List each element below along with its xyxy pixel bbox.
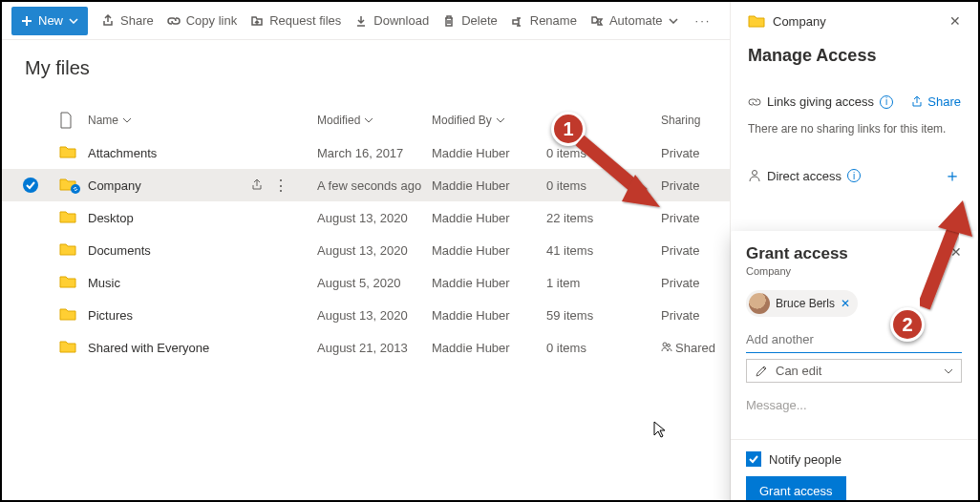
requestfiles-label: Request files [269, 13, 341, 28]
link-icon [748, 95, 761, 109]
permission-dropdown[interactable]: Can edit [746, 359, 962, 383]
new-button[interactable]: New [11, 7, 88, 35]
sharing-cell[interactable]: Private [661, 276, 728, 290]
download-command[interactable]: Download [354, 13, 429, 28]
pencil-icon [755, 365, 768, 378]
chevron-down-icon [669, 18, 678, 24]
row-more-button[interactable]: ⋮ [273, 177, 288, 195]
app-frame: New Share Copy link Request files Downlo… [0, 0, 980, 502]
modified-cell: August 13, 2020 [317, 308, 432, 323]
item-name[interactable]: Attachments [88, 146, 317, 160]
panel-context-folder: Company [748, 13, 826, 29]
table-row[interactable]: DesktopAugust 13, 2020Maddie Huber22 ite… [2, 201, 730, 234]
share-icon [910, 95, 924, 109]
column-modified[interactable]: Modified [317, 114, 432, 127]
copylink-command[interactable]: Copy link [167, 13, 237, 28]
close-panel-button[interactable]: ✕ [949, 13, 961, 29]
item-name[interactable]: Music [88, 276, 317, 290]
svg-point-2 [668, 344, 671, 346]
new-button-label: New [38, 13, 63, 28]
add-direct-access-button[interactable]: ＋ [944, 164, 961, 187]
table-row[interactable]: Company⋮A few seconds agoMaddie Huber0 i… [2, 169, 730, 201]
sharing-cell[interactable]: Private [661, 243, 728, 258]
items-cell: 22 items [546, 211, 661, 225]
add-another-input[interactable] [746, 326, 962, 353]
delete-command[interactable]: Delete [442, 13, 498, 28]
download-icon [354, 14, 368, 28]
folder-icon [59, 306, 76, 322]
row-checkmark-icon [23, 178, 38, 193]
item-name[interactable]: Documents [88, 243, 317, 258]
sharing-cell[interactable]: Private [661, 308, 728, 323]
modifiedby-cell: Maddie Huber [432, 341, 546, 355]
items-cell: 0 items [546, 146, 661, 160]
requestfiles-command[interactable]: Request files [250, 13, 341, 28]
copylink-label: Copy link [186, 13, 237, 28]
remove-person-button[interactable]: ✕ [841, 297, 850, 310]
file-list: Name Modified Modified By Sharing Attach… [2, 104, 730, 364]
item-name[interactable]: Pictures [88, 308, 317, 323]
modified-cell: March 16, 2017 [317, 146, 432, 160]
modified-cell: August 5, 2020 [317, 276, 432, 290]
column-name[interactable]: Name [88, 114, 317, 127]
link-icon [167, 14, 181, 28]
info-icon[interactable]: i [880, 95, 893, 109]
automate-command[interactable]: Automate [590, 13, 678, 28]
table-row[interactable]: MusicAugust 5, 2020Maddie Huber1 itemPri… [2, 266, 730, 299]
people-icon [661, 341, 672, 352]
item-name[interactable]: Desktop [88, 211, 317, 225]
modifiedby-cell: Maddie Huber [432, 276, 546, 290]
grant-access-subtitle: Company [746, 265, 848, 277]
sharing-cell[interactable]: Shared [661, 341, 728, 355]
share-button[interactable]: Share [910, 94, 961, 109]
folder-icon [59, 144, 76, 159]
chevron-down-icon [364, 117, 373, 123]
folder-icon [59, 274, 76, 289]
grant-access-button[interactable]: Grant access [746, 476, 846, 502]
rename-icon [511, 14, 524, 28]
share-icon[interactable] [250, 178, 264, 192]
sharing-cell[interactable]: Private [661, 178, 728, 193]
item-name[interactable]: Company⋮ [88, 177, 317, 195]
items-cell: 1 item [546, 276, 661, 290]
chevron-down-icon [944, 368, 953, 374]
sharing-cell[interactable]: Private [661, 146, 728, 160]
person-icon [748, 169, 761, 182]
sharing-cell[interactable]: Private [661, 211, 728, 225]
direct-access-label: Direct access [767, 169, 842, 183]
no-links-text: There are no sharing links for this item… [748, 122, 961, 136]
column-sharing[interactable]: Sharing [661, 114, 728, 127]
direct-access-header: Direct access i ＋ [748, 164, 961, 187]
svg-point-1 [663, 343, 667, 346]
automate-label: Automate [609, 13, 663, 28]
download-label: Download [373, 13, 429, 28]
table-row[interactable]: DocumentsAugust 13, 2020Maddie Huber41 i… [2, 234, 730, 266]
links-label: Links giving access [767, 94, 874, 109]
delete-label: Delete [461, 13, 498, 28]
chevron-down-icon [496, 117, 505, 123]
checkbox-icon [746, 451, 761, 467]
table-row[interactable]: AttachmentsMarch 16, 2017Maddie Huber0 i… [2, 136, 730, 169]
avatar [749, 293, 770, 314]
share-label: Share [120, 13, 154, 28]
svg-point-0 [71, 184, 80, 194]
table-row[interactable]: PicturesAugust 13, 2020Maddie Huber59 it… [2, 299, 730, 331]
column-modifiedby[interactable]: Modified By [432, 114, 546, 127]
item-name[interactable]: Shared with Everyone [88, 341, 317, 355]
table-row[interactable]: Shared with EveryoneAugust 21, 2013Maddi… [2, 331, 730, 364]
chevron-down-icon [122, 117, 132, 123]
items-cell: 59 items [546, 308, 661, 323]
chevron-down-icon [69, 18, 78, 24]
message-placeholder[interactable]: Message... [746, 398, 962, 412]
notify-people-checkbox[interactable]: Notify people [746, 451, 962, 467]
column-headers: Name Modified Modified By Sharing [2, 104, 730, 136]
items-cell: 41 items [546, 243, 661, 258]
close-dialog-button[interactable]: ✕ [950, 244, 962, 260]
rename-command[interactable]: Rename [511, 13, 577, 28]
modifiedby-cell: Maddie Huber [432, 211, 546, 225]
person-chip: Bruce Berls ✕ [746, 290, 858, 317]
info-icon[interactable]: i [847, 169, 861, 182]
share-command[interactable]: Share [101, 13, 154, 28]
items-cell: 0 items [546, 178, 661, 193]
more-commands[interactable]: ··· [692, 13, 715, 28]
